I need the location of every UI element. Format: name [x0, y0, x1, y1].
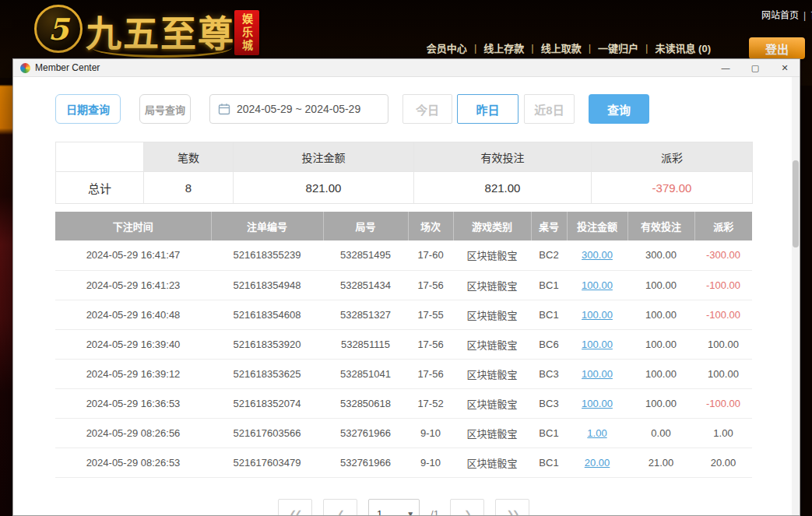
last-page-button[interactable]: ❯❯	[495, 499, 529, 516]
summary-table: 笔数 投注金额 有效投注 派彩 总计 8 821.00 821.00 -379.…	[55, 142, 753, 204]
date-range-value: 2024-05-29 ~ 2024-05-29	[237, 103, 360, 115]
cell-session: 17-56	[408, 329, 453, 359]
cell-bet-time: 2024-05-29 16:39:40	[55, 329, 211, 359]
cell-bet-amount-link[interactable]: 20.00	[567, 448, 627, 477]
cell-game-type: 区块链骰宝	[453, 448, 531, 477]
window-titlebar[interactable]: Member Center — ▢ ✕	[13, 59, 800, 77]
cell-bet-time: 2024-05-29 16:39:12	[55, 359, 211, 388]
cell-bet-amount-link[interactable]: 300.00	[567, 240, 627, 270]
cell-payout: 100.00	[694, 329, 752, 359]
nav-separator: |	[589, 42, 591, 54]
header-bet-id: 注单编号	[211, 212, 323, 240]
cell-payout: -300.00	[694, 240, 752, 270]
nav-online-withdraw[interactable]: 线上取款	[541, 40, 582, 55]
scrollbar-thumb[interactable]	[793, 160, 799, 247]
cell-payout: 20.00	[694, 448, 752, 477]
cell-round-no: 532851115	[323, 329, 408, 359]
cell-bet-amount-link[interactable]: 100.00	[567, 270, 627, 300]
cell-session: 17-52	[408, 388, 453, 418]
nav-online-deposit[interactable]: 线上存款	[483, 40, 524, 55]
nav-separator: |	[531, 42, 533, 54]
cell-bet-id: 521618353625	[211, 359, 323, 388]
summary-header-valid-bet: 有效投注	[414, 142, 592, 172]
header-game-type: 游戏类别	[453, 212, 531, 240]
date-range-input[interactable]: 2024-05-29 ~ 2024-05-29	[209, 94, 388, 124]
prev-page-button[interactable]: ❮	[323, 499, 357, 516]
header-session: 场次	[408, 212, 453, 240]
cell-payout: 1.00	[694, 418, 752, 448]
summary-header-count: 笔数	[144, 142, 234, 172]
summary-bet-amount: 821.00	[234, 172, 414, 204]
cell-game-type: 区块链骰宝	[453, 359, 531, 388]
cell-bet-id: 521618354608	[211, 300, 323, 329]
cell-round-no: 532761966	[323, 418, 408, 448]
tab-round-query[interactable]: 局号查询	[139, 94, 191, 124]
cell-bet-time: 2024-05-29 16:40:48	[55, 300, 211, 329]
cell-bet-id: 521618352074	[211, 388, 323, 418]
nav-unread-messages[interactable]: 未读讯息 (0)	[655, 40, 711, 55]
home-link[interactable]: 网站首页	[761, 10, 799, 21]
summary-header-blank	[56, 142, 144, 172]
header-bet-time: 下注时间	[55, 212, 211, 240]
header-payout: 派彩	[694, 212, 752, 240]
cell-bet-amount-link[interactable]: 100.00	[567, 388, 627, 418]
summary-count: 8	[144, 172, 234, 204]
bet-table-body: 2024-05-29 16:41:47 521618355239 5328514…	[55, 240, 752, 477]
cell-payout: -100.00	[694, 270, 752, 300]
cell-session: 17-56	[408, 270, 453, 300]
cell-valid-bet: 100.00	[627, 359, 694, 388]
cell-round-no: 532851434	[323, 270, 408, 300]
cell-bet-id: 521618354948	[211, 270, 323, 300]
cell-session: 17-55	[408, 300, 453, 329]
cell-session: 9-10	[408, 418, 453, 448]
search-button[interactable]: 查询	[589, 94, 649, 124]
cell-session: 9-10	[408, 448, 453, 477]
table-row: 2024-05-29 16:36:53 521618352074 5328506…	[55, 388, 752, 418]
tab-date-query[interactable]: 日期查询	[55, 94, 121, 124]
cell-game-type: 区块链骰宝	[453, 270, 531, 300]
cell-bet-amount-link[interactable]: 100.00	[567, 359, 627, 388]
page-select[interactable]: 1 ▼	[368, 499, 420, 516]
cell-table-no: BC6	[531, 329, 567, 359]
cell-game-type: 区块链骰宝	[453, 300, 531, 329]
cell-game-type: 区块链骰宝	[453, 418, 531, 448]
cell-round-no: 532850618	[323, 388, 408, 418]
cell-bet-id: 521618355239	[211, 240, 323, 270]
nav-separator: |	[645, 42, 648, 54]
nav-member-center[interactable]: 会员中心	[427, 40, 467, 55]
cell-table-no: BC1	[531, 270, 567, 300]
cell-bet-amount-link[interactable]: 100.00	[567, 300, 627, 329]
next-page-button[interactable]: ❯	[450, 499, 484, 516]
cell-bet-amount-link[interactable]: 1.00	[567, 418, 627, 448]
cell-bet-time: 2024-05-29 08:26:53	[55, 448, 211, 477]
today-button[interactable]: 今日	[402, 94, 452, 124]
header-round-no: 局号	[323, 212, 408, 240]
site-logo-badge: 娱乐城	[234, 10, 259, 55]
logout-button[interactable]: 登出	[749, 37, 805, 59]
close-button[interactable]: ✕	[770, 59, 800, 76]
cell-bet-time: 2024-05-29 16:41:23	[55, 270, 211, 300]
cell-bet-time: 2024-05-29 16:36:53	[55, 388, 211, 418]
maximize-button[interactable]: ▢	[740, 59, 770, 76]
summary-header-bet-amount: 投注金额	[234, 142, 414, 172]
calendar-icon	[218, 103, 230, 115]
cell-round-no: 532761966	[323, 448, 408, 477]
cell-table-no: BC3	[531, 359, 567, 388]
nav-one-key-transfer[interactable]: 一键归户	[598, 40, 638, 55]
yesterday-button[interactable]: 昨日	[457, 94, 518, 124]
window-scrollbar[interactable]	[792, 77, 800, 516]
last-8-days-button[interactable]: 近8日	[524, 94, 575, 124]
cell-payout: 100.00	[694, 359, 752, 388]
cell-valid-bet: 100.00	[627, 329, 694, 359]
table-row: 2024-05-29 16:41:47 521618355239 5328514…	[55, 240, 752, 270]
window-title: Member Center	[35, 62, 100, 73]
table-row: 2024-05-29 08:26:53 521617603479 5327619…	[55, 448, 752, 477]
cell-payout: -100.00	[694, 388, 752, 418]
cell-bet-amount-link[interactable]: 100.00	[567, 329, 627, 359]
cell-session: 17-56	[408, 359, 453, 388]
summary-header-row: 笔数 投注金额 有效投注 派彩	[56, 142, 753, 172]
first-page-button[interactable]: ❮❮	[278, 499, 312, 516]
minimize-button[interactable]: —	[711, 59, 740, 76]
cell-table-no: BC1	[531, 300, 567, 329]
member-center-window: Member Center — ▢ ✕ 日期查询 局号查询 2024-05-29…	[12, 58, 800, 516]
